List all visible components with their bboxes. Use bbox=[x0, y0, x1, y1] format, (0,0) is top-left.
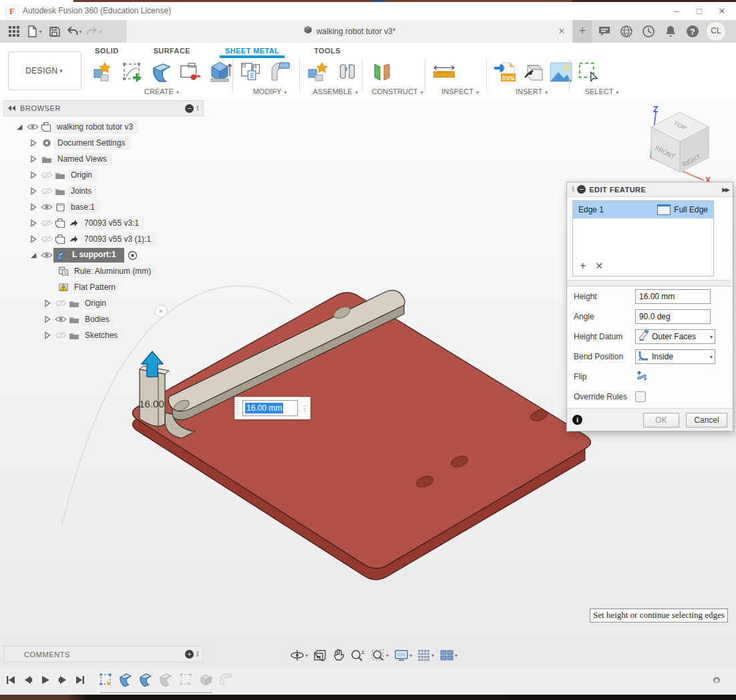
expander-closed-icon[interactable] bbox=[27, 153, 40, 165]
drag-grip-icon[interactable] bbox=[236, 400, 239, 416]
viewports-icon[interactable]: ▾ bbox=[438, 648, 459, 663]
activate-radio-icon[interactable] bbox=[126, 249, 140, 261]
expander-closed-icon[interactable] bbox=[41, 329, 54, 341]
zoom-icon[interactable]: ± bbox=[349, 647, 367, 663]
fit-icon[interactable]: ▾ bbox=[369, 647, 390, 663]
tl-sketch-suppressed-feature[interactable] bbox=[178, 671, 194, 687]
dimension-input-box[interactable]: 16.00 mm ⋮ bbox=[234, 397, 311, 419]
skip-end-icon[interactable] bbox=[73, 673, 87, 687]
visibility-hidden-icon[interactable] bbox=[54, 297, 67, 309]
lookat-icon[interactable] bbox=[312, 648, 328, 663]
insert-svg-icon[interactable]: SVG bbox=[493, 59, 517, 85]
visibility-hidden-icon[interactable] bbox=[40, 185, 53, 197]
bell-icon[interactable] bbox=[662, 23, 679, 40]
ribbon-group-label[interactable]: INSERT ▾ bbox=[493, 88, 570, 96]
visibility-hidden-icon[interactable] bbox=[40, 217, 53, 229]
unfold-icon[interactable] bbox=[239, 59, 264, 85]
joint-icon[interactable] bbox=[335, 59, 361, 85]
edge-selection-list[interactable]: Edge 1 Full Edge +✕ bbox=[572, 200, 714, 277]
flip-icon[interactable] bbox=[635, 369, 649, 385]
pan-icon[interactable] bbox=[331, 647, 347, 663]
browser-item[interactable]: walking robot tutor v3 bbox=[3, 119, 204, 135]
info-icon[interactable]: i bbox=[572, 415, 582, 425]
timeline-track[interactable] bbox=[100, 692, 212, 693]
flange-new-icon[interactable] bbox=[91, 59, 116, 85]
flange-icon[interactable] bbox=[149, 59, 174, 85]
corner-icon[interactable] bbox=[268, 59, 294, 85]
expander-closed-icon[interactable] bbox=[27, 233, 40, 245]
height-datum-dropdown[interactable]: Outer Faces▾ bbox=[635, 329, 715, 344]
selected-item-chip[interactable]: L support:1 bbox=[53, 248, 124, 262]
visibility-hidden-icon[interactable] bbox=[40, 233, 53, 245]
dialog-header[interactable]: ‖ − EDIT FEATURE ▶▶ bbox=[567, 182, 733, 197]
browser-item[interactable]: 70093 v55 v3:1 bbox=[3, 215, 204, 231]
dialog-collapse-icon[interactable]: − bbox=[577, 185, 586, 194]
collapse-all-icon[interactable]: − bbox=[185, 104, 194, 113]
height-input[interactable]: 16.00 mm bbox=[635, 289, 711, 304]
web-icon[interactable] bbox=[618, 23, 635, 40]
expander-closed-icon[interactable] bbox=[27, 137, 40, 149]
browser-item[interactable]: Origin bbox=[3, 295, 204, 311]
browser-item[interactable]: Bodies bbox=[3, 311, 204, 327]
grid-icon[interactable]: ▾ bbox=[416, 648, 435, 663]
add-comment-icon[interactable]: + bbox=[185, 650, 194, 659]
browser-item[interactable]: Joints bbox=[3, 183, 204, 199]
expander-closed-icon[interactable] bbox=[41, 313, 54, 325]
tl-sketch-feature[interactable] bbox=[98, 671, 114, 687]
comments-grip-icon[interactable]: ‖ bbox=[196, 651, 199, 658]
expander-open-icon[interactable] bbox=[13, 121, 26, 133]
dimension-input[interactable]: 16.00 mm bbox=[242, 400, 298, 416]
timeline-gear-icon[interactable] bbox=[711, 675, 723, 689]
app-grid-icon[interactable] bbox=[5, 23, 23, 40]
browser-item[interactable]: Flat Pattern bbox=[3, 279, 204, 295]
orbit-icon[interactable]: ▾ bbox=[289, 648, 309, 663]
save-icon[interactable] bbox=[45, 23, 63, 40]
browser-item[interactable]: base:1 bbox=[3, 199, 204, 215]
ribbon-group-label[interactable]: SELECT ▾ bbox=[576, 88, 628, 96]
step-back-icon[interactable] bbox=[21, 673, 35, 687]
new-tab-button[interactable]: + bbox=[572, 20, 592, 43]
ribbon-group-label[interactable]: ASSEMBLE ▾ bbox=[306, 88, 365, 96]
new-component-icon[interactable] bbox=[306, 59, 331, 85]
expander-closed-icon[interactable] bbox=[27, 217, 40, 229]
kebab-menu-icon[interactable]: ⋮ bbox=[299, 404, 310, 413]
minimize-button[interactable]: – bbox=[665, 3, 688, 19]
expander-closed-icon[interactable] bbox=[27, 185, 40, 197]
expander-open-icon[interactable] bbox=[27, 249, 40, 261]
measure-icon[interactable] bbox=[431, 59, 457, 85]
select-box-icon[interactable] bbox=[576, 59, 601, 85]
view-cube[interactable]: TOP FRONT RIGHT Z X bbox=[640, 106, 736, 184]
panel-grip-icon[interactable]: ‖ bbox=[196, 105, 199, 112]
tl-flange-feature[interactable] bbox=[118, 671, 134, 687]
comment-icon[interactable] bbox=[596, 23, 613, 40]
ribbon-group-label[interactable]: INSPECT ▾ bbox=[431, 88, 489, 96]
tl-flange-suppressed-feature[interactable] bbox=[158, 671, 174, 687]
plane-icon[interactable] bbox=[369, 59, 394, 85]
tab-tools[interactable]: TOOLS bbox=[311, 47, 343, 55]
expander-closed-icon[interactable] bbox=[41, 297, 54, 309]
tab-sheet-metal[interactable]: SHEET METAL bbox=[222, 47, 282, 55]
convert-icon[interactable] bbox=[178, 59, 204, 85]
browser-item[interactable]: Sketches bbox=[3, 327, 204, 343]
ribbon-group-label[interactable]: CONSTRUCT ▾ bbox=[369, 88, 426, 96]
visibility-visible-icon[interactable] bbox=[40, 201, 53, 213]
tab-solid[interactable]: SOLID bbox=[92, 47, 122, 55]
create-sketch-icon[interactable] bbox=[120, 59, 146, 85]
document-close-icon[interactable]: ✕ bbox=[556, 26, 567, 37]
maximize-button[interactable]: □ bbox=[688, 3, 711, 19]
collapse-panel-icon[interactable] bbox=[8, 102, 16, 114]
step-forward-icon[interactable] bbox=[56, 673, 69, 687]
ok-button[interactable]: OK bbox=[643, 413, 679, 427]
skip-start-icon[interactable] bbox=[4, 673, 17, 687]
undo-icon[interactable]: ▾ bbox=[65, 23, 83, 40]
display-icon[interactable]: ▾ bbox=[393, 648, 413, 663]
ribbon-group-label[interactable]: MODIFY ▾ bbox=[239, 88, 301, 96]
comments-bar[interactable]: COMMENTS + ‖ bbox=[3, 646, 204, 663]
browser-item[interactable]: L support:1 bbox=[3, 247, 204, 263]
browser-item[interactable]: Rule: Aluminum (mm) bbox=[3, 263, 204, 279]
visibility-hidden-icon[interactable] bbox=[40, 169, 53, 181]
insert-mesh-icon[interactable] bbox=[521, 59, 545, 85]
document-tab[interactable]: walking robot tutor v3* ✕ bbox=[126, 20, 572, 43]
bend-position-dropdown[interactable]: Inside▾ bbox=[635, 349, 715, 364]
help-icon[interactable]: ? bbox=[684, 23, 701, 40]
